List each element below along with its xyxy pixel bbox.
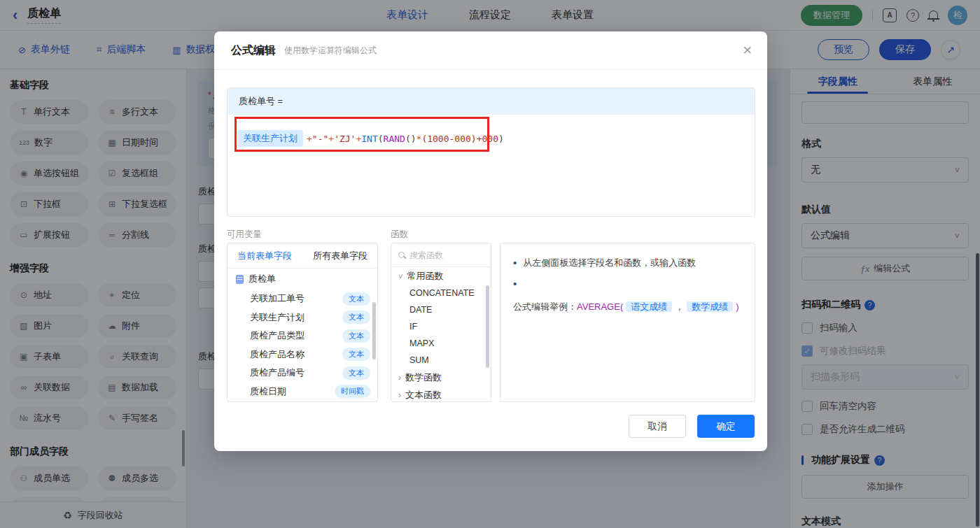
formula-token: () bbox=[405, 134, 416, 144]
caret-right-icon: › bbox=[398, 373, 401, 383]
type-badge: 文本 bbox=[342, 292, 370, 306]
group-label: 文本函数 bbox=[405, 389, 442, 401]
variable-item[interactable]: 质检产品类型文本 bbox=[227, 327, 377, 345]
variable-name: 关联生产计划 bbox=[250, 311, 304, 324]
tab-current-form-fields[interactable]: 当前表单字段 bbox=[237, 250, 292, 262]
modal-title: 公式编辑 bbox=[231, 43, 276, 58]
function-item[interactable]: MAPX bbox=[391, 335, 491, 352]
bullet-icon: • bbox=[513, 276, 517, 292]
formula-token: RAND bbox=[384, 134, 405, 144]
close-icon[interactable]: × bbox=[743, 43, 752, 58]
example-close: ) bbox=[736, 301, 738, 312]
caret-down-icon: ˅ bbox=[398, 272, 402, 280]
search-icon bbox=[398, 252, 405, 258]
formula-token: (1000-000)+000 bbox=[421, 134, 498, 144]
variable-name: 质检产品类型 bbox=[250, 329, 304, 342]
function-item[interactable]: SUM bbox=[391, 352, 491, 369]
modal-subtitle: 使用数学运算符编辑公式 bbox=[284, 45, 377, 57]
formula-help-panel: • 从左侧面板选择字段名和函数，或输入函数 • 公式编辑举例：AVERAGE(语… bbox=[500, 243, 755, 402]
function-item[interactable]: CONCATENATE bbox=[391, 285, 491, 301]
example-prefix: 公式编辑举例： bbox=[513, 301, 577, 312]
example-comma: ， bbox=[675, 301, 684, 312]
formula-token: ) bbox=[498, 134, 504, 144]
function-item[interactable]: DATE bbox=[391, 301, 491, 318]
variable-item[interactable]: 质检产品名称文本 bbox=[227, 345, 377, 364]
example-function: AVERAGE( bbox=[577, 301, 623, 312]
tab-all-form-fields[interactable]: 所有表单字段 bbox=[313, 250, 368, 262]
variable-item[interactable]: 关联生产计划文本 bbox=[227, 308, 377, 327]
formula-expression[interactable]: 关联生产计划 +"-"+'ZJ'+INT(RAND()*(1000-000)+0… bbox=[237, 130, 755, 147]
type-badge: 时间戳 bbox=[335, 385, 370, 398]
formula-token: * bbox=[416, 134, 422, 144]
type-badge: 文本 bbox=[342, 366, 370, 380]
functions-section-label: 函数 bbox=[391, 229, 408, 241]
group-label: 数学函数 bbox=[405, 371, 442, 384]
type-badge: 文本 bbox=[342, 348, 370, 361]
formula-target: 质检单号 = bbox=[227, 88, 755, 115]
function-search-input[interactable] bbox=[410, 250, 474, 260]
formula-token: INT bbox=[361, 134, 377, 144]
cancel-button[interactable]: 取消 bbox=[629, 415, 686, 438]
variable-name: 关联加工单号 bbox=[250, 292, 304, 305]
variable-name: 质检日期 bbox=[250, 385, 286, 398]
tree-root-label: 质检单 bbox=[248, 273, 276, 285]
variable-item[interactable]: 质检产品编号文本 bbox=[227, 364, 377, 383]
variable-item[interactable]: 质检日期时间戳 bbox=[227, 383, 377, 401]
variables-panel: 当前表单字段 所有表单字段 质检单 关联加工单号文本 关联生产计划文本 质检产品… bbox=[227, 243, 378, 402]
variables-section-label: 可用变量 bbox=[227, 229, 262, 241]
formula-token: + bbox=[328, 134, 334, 144]
variable-item-clipped[interactable] bbox=[227, 401, 377, 402]
variables-scrollbar[interactable] bbox=[372, 302, 376, 359]
variable-tree-root[interactable]: 质检单 bbox=[227, 269, 377, 290]
formula-token: + bbox=[307, 134, 312, 144]
type-badge: 文本 bbox=[342, 329, 370, 343]
formula-edit-modal: 公式编辑 使用数学运算符编辑公式 × 质检单号 = 关联生产计划 +"-"+'Z… bbox=[214, 31, 767, 451]
field-chip[interactable]: 关联生产计划 bbox=[237, 130, 303, 147]
functions-scrollbar[interactable] bbox=[486, 285, 489, 368]
bullet-icon: • bbox=[513, 255, 517, 271]
group-label: 常用函数 bbox=[407, 270, 443, 283]
variable-item[interactable]: 关联加工单号文本 bbox=[227, 290, 377, 308]
function-item[interactable]: IF bbox=[391, 318, 491, 335]
formula-token: 'ZJ' bbox=[334, 134, 356, 144]
type-badge: 文本 bbox=[342, 311, 370, 324]
formula-token: ( bbox=[378, 134, 384, 144]
caret-right-icon: › bbox=[398, 390, 401, 400]
function-group-common[interactable]: ˅ 常用函数 bbox=[391, 267, 491, 285]
document-icon bbox=[236, 275, 244, 284]
function-search[interactable] bbox=[391, 243, 491, 267]
formula-token: "-" bbox=[312, 134, 328, 144]
help-example: 公式编辑举例：AVERAGE(语文成绩，数学成绩) bbox=[513, 299, 739, 315]
formula-token: + bbox=[356, 134, 361, 144]
functions-panel: ˅ 常用函数 CONCATENATE DATE IF MAPX SUM › 数学… bbox=[391, 243, 491, 402]
function-group-text[interactable]: › 文本函数 bbox=[391, 386, 491, 402]
help-text: 从左侧面板选择字段名和函数，或输入函数 bbox=[523, 255, 696, 271]
function-group-math[interactable]: › 数学函数 bbox=[391, 369, 491, 386]
formula-editor[interactable]: 质检单号 = 关联生产计划 +"-"+'ZJ'+INT(RAND()*(1000… bbox=[227, 87, 755, 217]
example-chip: 数学成绩 bbox=[687, 301, 733, 312]
confirm-button[interactable]: 确定 bbox=[697, 415, 755, 438]
variable-name: 质检产品编号 bbox=[250, 366, 304, 379]
example-chip: 语文成绩 bbox=[626, 301, 672, 312]
variable-name: 质检产品名称 bbox=[250, 348, 304, 361]
